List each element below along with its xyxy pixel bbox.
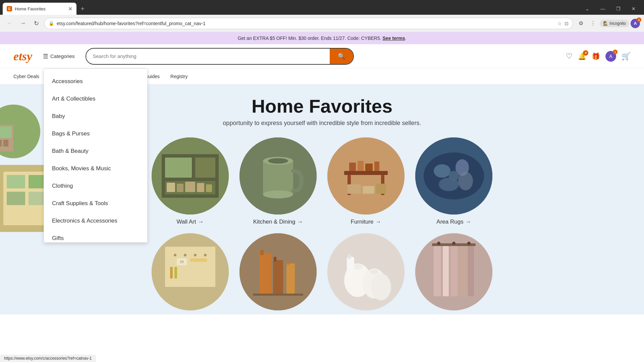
svg-rect-59 — [274, 257, 276, 261]
heart-icon: ♡ — [566, 52, 573, 61]
reload-button[interactable]: ↻ — [31, 18, 42, 29]
kitchen-arrow: → — [297, 219, 303, 225]
tab-close-button[interactable]: ✕ — [68, 6, 72, 12]
svg-rect-2 — [0, 126, 12, 138]
svg-rect-57 — [260, 250, 264, 255]
product-card-organization[interactable]: 09 — [152, 233, 229, 314]
svg-rect-3 — [0, 140, 2, 146]
svg-point-46 — [174, 254, 176, 256]
settings-button[interactable]: ⋮ — [588, 18, 598, 29]
svg-rect-35 — [363, 186, 374, 194]
dropdown-item-bags[interactable]: Bags & Purses — [44, 125, 147, 142]
categories-button[interactable]: ☰ Categories — [39, 50, 79, 63]
dropdown-item-books[interactable]: Books, Movies & Music — [44, 160, 147, 177]
svg-rect-33 — [374, 162, 379, 171]
svg-point-43 — [449, 171, 459, 181]
decor-circle — [239, 233, 317, 310]
product-card-decor[interactable] — [239, 233, 317, 314]
svg-rect-60 — [286, 263, 295, 294]
svg-point-25 — [268, 158, 288, 164]
promo-link[interactable]: See terms — [383, 36, 405, 41]
svg-text:09: 09 — [180, 260, 184, 264]
svg-rect-31 — [358, 161, 364, 171]
product-grid-row2: 09 — [0, 233, 644, 314]
minimize-button[interactable]: — — [595, 3, 610, 15]
svg-point-24 — [263, 190, 293, 198]
dropdown-item-craft[interactable]: Craft Supplies & Tools — [44, 195, 147, 212]
page-content: Get an EXTRA $5 OFF! Min. $30 order. End… — [0, 32, 644, 314]
search-input[interactable] — [86, 49, 330, 63]
tab-list-button[interactable]: ⌄ — [580, 3, 595, 15]
category-dropdown: Accessories Art & Collectibles Baby Bags… — [44, 68, 148, 243]
svg-rect-19 — [197, 183, 204, 192]
svg-rect-70 — [348, 254, 351, 259]
forward-button[interactable]: → — [17, 18, 28, 29]
product-card-furniture[interactable]: Furniture → — [327, 137, 405, 225]
svg-rect-34 — [347, 184, 361, 194]
dropdown-item-art[interactable]: Art & Collectibles — [44, 90, 147, 108]
wall-art-arrow: → — [198, 219, 204, 225]
product-card-area-rugs[interactable]: Area Rugs → — [415, 137, 492, 225]
new-tab-button[interactable]: + — [78, 4, 87, 13]
cart-button[interactable]: 🛒 — [622, 52, 631, 61]
svg-point-39 — [434, 164, 450, 178]
browser-toolbar: ← → ↻ 🔒 ☆ ⊡ ⚙ ⋮ 🕵 Incognito A 1 — [0, 15, 644, 32]
close-button[interactable]: ✕ — [626, 3, 641, 15]
svg-rect-7 — [7, 175, 25, 188]
search-button[interactable]: 🔍 — [330, 49, 353, 64]
incognito-icon: 🕵 — [603, 21, 608, 26]
bookmark-star-icon[interactable]: ☆ — [557, 21, 562, 26]
notifications-button[interactable]: 🔔 ▾ — [578, 52, 586, 60]
area-rugs-arrow: → — [466, 219, 471, 225]
dropdown-item-clothing[interactable]: Clothing — [44, 177, 147, 195]
incognito-button[interactable]: 🕵 Incognito — [600, 20, 629, 27]
svg-rect-32 — [365, 164, 373, 171]
status-url: https://www.etsy.com/c/accessories?ref=c… — [4, 356, 92, 361]
product-card-ceramics[interactable] — [327, 233, 405, 314]
dropdown-item-accessories[interactable]: Accessories — [44, 73, 147, 90]
svg-rect-77 — [443, 246, 449, 296]
svg-point-42 — [458, 172, 473, 190]
toolbar-right: ⚙ ⋮ 🕵 Incognito A 1 — [576, 18, 640, 29]
area-rugs-circle — [415, 137, 492, 215]
extensions-button[interactable]: ⚙ — [576, 18, 586, 29]
site-header: etsy ☰ Categories 🔍 ♡ 🔔 ▾ 🎁 A 1 — [0, 44, 644, 68]
nav-item-cyber-deals[interactable]: Cyber Deals — [13, 74, 39, 79]
svg-point-47 — [184, 254, 186, 256]
gift-registry-button[interactable]: 🎁 — [592, 52, 600, 60]
dropdown-item-bath[interactable]: Bath & Beauty — [44, 142, 147, 160]
svg-rect-69 — [347, 257, 354, 277]
active-tab[interactable]: E Home Favorites ✕ — [3, 3, 76, 15]
dropdown-item-baby[interactable]: Baby — [44, 108, 147, 125]
dropdown-item-gifts[interactable]: Gifts — [44, 230, 147, 243]
user-badge: 1 — [613, 50, 618, 54]
maximize-button[interactable]: ❐ — [610, 3, 626, 15]
profile-button[interactable]: A 1 — [631, 19, 640, 28]
svg-rect-4 — [3, 140, 8, 146]
svg-rect-80 — [468, 246, 474, 296]
svg-rect-78 — [450, 246, 458, 296]
svg-rect-36 — [376, 184, 386, 194]
back-button[interactable]: ← — [4, 18, 15, 29]
etsy-logo[interactable]: etsy — [13, 49, 32, 63]
screenshot-icon[interactable]: ⊡ — [565, 21, 569, 26]
dropdown-item-electronics[interactable]: Electronics & Accessories — [44, 212, 147, 230]
product-card-textiles[interactable] — [415, 233, 492, 314]
promo-banner: Get an EXTRA $5 OFF! Min. $30 order. End… — [0, 32, 644, 44]
wishlist-button[interactable]: ♡ — [566, 52, 573, 61]
notifications-badge: ▾ — [583, 50, 588, 56]
svg-rect-20 — [206, 184, 212, 192]
svg-rect-79 — [460, 246, 466, 296]
product-card-kitchen[interactable]: Kitchen & Dining → — [239, 137, 317, 225]
product-card-wall-art[interactable]: Wall Art → — [152, 137, 229, 225]
header-icons: ♡ 🔔 ▾ 🎁 A 1 🛒 — [566, 51, 631, 62]
svg-rect-22 — [263, 161, 293, 194]
kitchen-label: Kitchen & Dining → — [253, 219, 303, 225]
nav-item-registry[interactable]: Registry — [170, 74, 187, 79]
address-bar[interactable]: 🔒 ☆ ⊡ — [44, 18, 573, 29]
browser-window: E Home Favorites ✕ + ⌄ — ❐ ✕ ← → ↻ 🔒 ☆ ⊡… — [0, 0, 644, 32]
svg-rect-54 — [174, 267, 177, 279]
profile-site-button[interactable]: A 1 — [605, 51, 616, 62]
svg-point-75 — [467, 242, 471, 245]
address-input[interactable] — [57, 21, 555, 26]
